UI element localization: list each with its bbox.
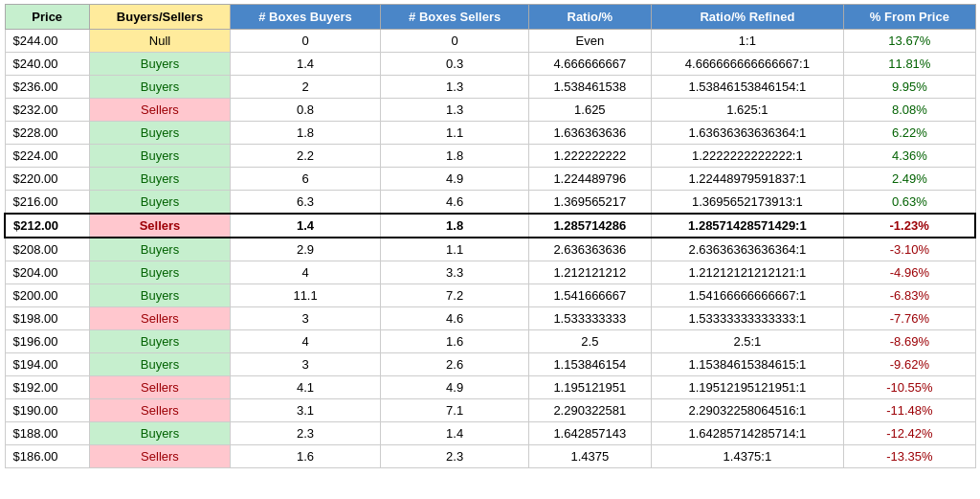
box-sellers-cell: 0 — [381, 30, 529, 53]
box-buyers-cell: 4 — [231, 330, 381, 353]
price-cell: $186.00 — [5, 445, 89, 468]
box-sellers-cell: 1.1 — [381, 122, 529, 145]
ratio-cell: 1.212121212 — [529, 261, 651, 284]
col-header-box-buyers: # Boxes Buyers — [231, 5, 381, 30]
pct-from-price-cell: -13.35% — [844, 445, 975, 468]
price-cell: $228.00 — [5, 122, 89, 145]
ratio-refined-cell: 1.53333333333333:1 — [651, 307, 844, 330]
pct-from-price-cell: 4.36% — [844, 145, 975, 168]
box-buyers-cell: 3.1 — [231, 399, 381, 422]
price-cell: $244.00 — [5, 30, 89, 53]
box-buyers-cell: 2 — [231, 76, 381, 99]
box-buyers-cell: 1.4 — [231, 214, 381, 238]
price-cell: $240.00 — [5, 53, 89, 76]
buyers-sellers-cell: Buyers — [89, 238, 230, 261]
box-sellers-cell: 4.6 — [381, 307, 529, 330]
pct-from-price-cell: 9.95% — [844, 76, 975, 99]
ratio-refined-cell: 1.63636363636364:1 — [651, 122, 844, 145]
box-sellers-cell: 2.3 — [381, 445, 529, 468]
box-sellers-cell: 7.1 — [381, 399, 529, 422]
buyers-sellers-cell: Buyers — [89, 261, 230, 284]
pct-from-price-cell: 0.63% — [844, 191, 975, 215]
price-cell: $216.00 — [5, 191, 89, 215]
pct-from-price-cell: 2.49% — [844, 168, 975, 191]
ratio-cell: 1.4375 — [529, 445, 651, 468]
box-buyers-cell: 1.4 — [231, 53, 381, 76]
ratio-refined-cell: 1.54166666666667:1 — [651, 284, 844, 307]
pct-from-price-cell: -4.96% — [844, 261, 975, 284]
price-cell: $208.00 — [5, 238, 89, 261]
ratio-cell: 2.5 — [529, 330, 651, 353]
box-sellers-cell: 1.6 — [381, 330, 529, 353]
pct-from-price-cell: 13.67% — [844, 30, 975, 53]
buyers-sellers-cell: Buyers — [89, 191, 230, 215]
box-buyers-cell: 2.2 — [231, 145, 381, 168]
buyers-sellers-cell: Sellers — [89, 399, 230, 422]
price-cell: $194.00 — [5, 353, 89, 376]
buyers-sellers-cell: Buyers — [89, 76, 230, 99]
data-table: Price Buyers/Sellers # Boxes Buyers # Bo… — [4, 4, 976, 468]
box-buyers-cell: 6 — [231, 168, 381, 191]
ratio-cell: 1.224489796 — [529, 168, 651, 191]
buyers-sellers-cell: Sellers — [89, 214, 230, 238]
buyers-sellers-cell: Buyers — [89, 168, 230, 191]
box-sellers-cell: 4.9 — [381, 376, 529, 399]
box-sellers-cell: 3.3 — [381, 261, 529, 284]
col-header-ratio: Ratio/% — [529, 5, 651, 30]
buyers-sellers-cell: Null — [89, 30, 230, 53]
price-cell: $198.00 — [5, 307, 89, 330]
price-cell: $212.00 — [5, 214, 89, 238]
box-buyers-cell: 4 — [231, 261, 381, 284]
ratio-cell: 1.625 — [529, 99, 651, 122]
price-cell: $224.00 — [5, 145, 89, 168]
pct-from-price-cell: -8.69% — [844, 330, 975, 353]
pct-from-price-cell: 11.81% — [844, 53, 975, 76]
box-sellers-cell: 4.9 — [381, 168, 529, 191]
ratio-cell: 1.369565217 — [529, 191, 651, 215]
col-header-pct-from-price: % From Price — [844, 5, 975, 30]
box-sellers-cell: 7.2 — [381, 284, 529, 307]
ratio-refined-cell: 1.4375:1 — [651, 445, 844, 468]
box-buyers-cell: 6.3 — [231, 191, 381, 215]
pct-from-price-cell: -3.10% — [844, 238, 975, 261]
box-buyers-cell: 1.6 — [231, 445, 381, 468]
col-header-buyers-sellers: Buyers/Sellers — [89, 5, 230, 30]
box-buyers-cell: 0 — [231, 30, 381, 53]
ratio-refined-cell: 1:1 — [651, 30, 844, 53]
box-buyers-cell: 2.3 — [231, 422, 381, 445]
pct-from-price-cell: -1.23% — [844, 214, 975, 238]
box-buyers-cell: 3 — [231, 307, 381, 330]
ratio-refined-cell: 2.63636363636364:1 — [651, 238, 844, 261]
ratio-cell: 1.642857143 — [529, 422, 651, 445]
ratio-refined-cell: 1.19512195121951:1 — [651, 376, 844, 399]
ratio-cell: 1.153846154 — [529, 353, 651, 376]
buyers-sellers-cell: Buyers — [89, 422, 230, 445]
ratio-cell: 2.636363636 — [529, 238, 651, 261]
buyers-sellers-cell: Buyers — [89, 284, 230, 307]
price-cell: $232.00 — [5, 99, 89, 122]
box-buyers-cell: 3 — [231, 353, 381, 376]
box-buyers-cell: 1.8 — [231, 122, 381, 145]
ratio-cell: 1.538461538 — [529, 76, 651, 99]
ratio-refined-cell: 1.625:1 — [651, 99, 844, 122]
box-sellers-cell: 1.3 — [381, 76, 529, 99]
buyers-sellers-cell: Sellers — [89, 445, 230, 468]
box-sellers-cell: 1.3 — [381, 99, 529, 122]
box-sellers-cell: 2.6 — [381, 353, 529, 376]
col-header-box-sellers: # Boxes Sellers — [381, 5, 529, 30]
ratio-cell: 2.290322581 — [529, 399, 651, 422]
box-buyers-cell: 4.1 — [231, 376, 381, 399]
ratio-cell: Even — [529, 30, 651, 53]
buyers-sellers-cell: Sellers — [89, 307, 230, 330]
price-cell: $192.00 — [5, 376, 89, 399]
ratio-cell: 1.636363636 — [529, 122, 651, 145]
price-cell: $196.00 — [5, 330, 89, 353]
buyers-sellers-cell: Sellers — [89, 99, 230, 122]
price-cell: $190.00 — [5, 399, 89, 422]
pct-from-price-cell: 8.08% — [844, 99, 975, 122]
ratio-cell: 1.541666667 — [529, 284, 651, 307]
buyers-sellers-cell: Buyers — [89, 330, 230, 353]
box-buyers-cell: 0.8 — [231, 99, 381, 122]
ratio-refined-cell: 1.21212121212121:1 — [651, 261, 844, 284]
col-header-price: Price — [5, 5, 89, 30]
